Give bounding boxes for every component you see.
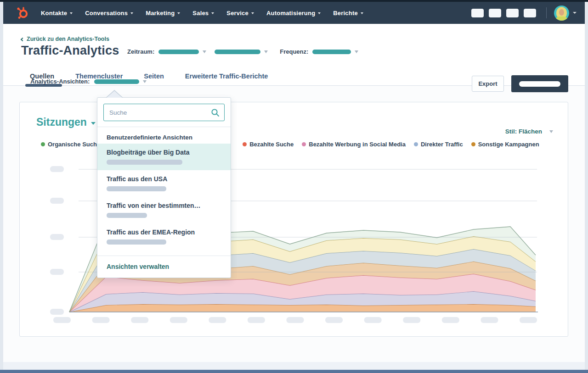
frequenz-select-redacted[interactable] — [312, 50, 351, 54]
date-range-select-redacted[interactable] — [215, 50, 260, 54]
avatar-shirt — [556, 17, 567, 21]
nav-item-sales[interactable]: Sales — [192, 10, 214, 17]
nav-item-label: Kontakte — [41, 10, 67, 17]
chevron-down-icon — [91, 122, 96, 125]
view-item-traffic-usa[interactable]: Traffic aus den USA — [97, 170, 231, 197]
header-filters: Zeitraum: Frequenz: — [127, 48, 358, 55]
primary-action-button-redacted[interactable] — [511, 75, 568, 92]
nav-right-controls — [466, 6, 577, 21]
chevron-down-icon — [264, 50, 268, 53]
back-link-label: Zurück zu den Analytics-Tools — [27, 36, 109, 42]
nav-toolbar-icon-redacted[interactable] — [471, 9, 484, 17]
analytics-views-control[interactable]: Analytics-Ansichten: — [30, 78, 147, 85]
chevron-down-icon — [143, 80, 147, 83]
legend-item-bezahlte-werbung-social[interactable]: Bezahlte Werbung in Social Media — [302, 141, 406, 148]
tab-erweiterte-traffic-berichte[interactable]: Erweiterte Traffic-Berichte — [185, 72, 268, 80]
view-item-blogbeitraege-big-data[interactable]: Blogbeiträge über Big Data — [97, 144, 231, 170]
export-button[interactable]: Export — [472, 76, 504, 92]
nav-item-berichte[interactable]: Berichte — [333, 10, 363, 17]
metric-select-label: Sitzungen — [36, 116, 87, 128]
popover-arrow — [107, 91, 122, 98]
nav-menu: Kontakte Conversations Marketing Sales S… — [41, 10, 363, 17]
chart-style-select[interactable]: Stil: Flächen — [505, 128, 553, 135]
chevron-down-icon — [361, 12, 363, 14]
nav-item-marketing[interactable]: Marketing — [146, 10, 180, 17]
view-item-label: Traffic aus den USA — [107, 175, 221, 183]
popover-section-header: Benutzerdefinierte Ansichten — [97, 127, 231, 144]
legend-dot — [414, 142, 418, 146]
metric-select[interactable]: Sitzungen — [36, 116, 96, 128]
nav-toolbar-icon-redacted[interactable] — [524, 9, 536, 17]
nav-divider — [546, 7, 547, 18]
legend-dot — [471, 142, 475, 146]
zeitraum-label: Zeitraum: — [127, 48, 154, 55]
legend-item-direkter-traffic[interactable]: Direkter Traffic — [414, 141, 463, 148]
chevron-down-icon — [130, 12, 133, 14]
legend-label: Sonstige Kampagnen — [478, 141, 539, 148]
view-item-meta-redacted — [107, 186, 166, 191]
legend-label: Bezahlte Werbung in Social Media — [309, 141, 406, 148]
popover-search — [97, 98, 231, 127]
nav-item-automatisierung[interactable]: Automatisierung — [266, 10, 321, 17]
nav-item-label: Berichte — [333, 10, 358, 17]
app-screen: Kontakte Conversations Marketing Sales S… — [3, 2, 585, 362]
chevron-down-icon — [251, 12, 254, 14]
view-item-meta-redacted — [107, 213, 147, 218]
view-item-label: Traffic aus der EMEA-Region — [107, 228, 221, 236]
search-input[interactable] — [103, 104, 225, 121]
chevron-down-icon — [211, 12, 214, 14]
nav-item-label: Automatisierung — [266, 10, 315, 17]
main-nav: Kontakte Conversations Marketing Sales S… — [3, 2, 585, 24]
back-link[interactable]: Zurück zu den Analytics-Tools — [21, 36, 109, 42]
view-item-meta-redacted — [107, 160, 182, 165]
legend-label: Organische Suche — [48, 141, 100, 148]
frequenz-label: Frequenz: — [280, 48, 308, 55]
page-title: Traffic-Analytics — [21, 44, 119, 58]
chart-style-label: Stil: Flächen — [505, 128, 542, 135]
frame-right-edge — [585, 2, 588, 370]
primary-button-label-redacted — [519, 81, 560, 87]
manage-views-link[interactable]: Ansichten verwalten — [107, 263, 169, 270]
avatar-face — [559, 9, 564, 16]
nav-item-label: Sales — [192, 10, 209, 17]
chevron-down-icon — [549, 130, 553, 133]
page-frame: Kontakte Conversations Marketing Sales S… — [0, 0, 588, 373]
chevron-down-icon — [203, 50, 206, 53]
analytics-views-label: Analytics-Ansichten: — [30, 78, 90, 85]
legend-label: Direkter Traffic — [421, 141, 463, 148]
nav-item-label: Conversations — [85, 10, 128, 17]
nav-item-kontakte[interactable]: Kontakte — [41, 10, 73, 17]
chevron-down-icon — [70, 12, 73, 14]
nav-toolbar-icon-redacted[interactable] — [489, 9, 501, 17]
chevron-down-icon — [318, 12, 321, 14]
nav-toolbar-icon-redacted[interactable] — [506, 9, 519, 17]
legend-dot — [41, 142, 45, 146]
nav-item-label: Service — [226, 10, 249, 17]
hubspot-logo-icon[interactable] — [14, 5, 30, 21]
chevron-down-icon[interactable] — [573, 12, 577, 14]
chevron-left-icon — [21, 37, 24, 41]
legend-item-sonstige-kampagnen[interactable]: Sonstige Kampagnen — [471, 141, 539, 148]
chevron-down-icon — [355, 50, 358, 53]
nav-item-service[interactable]: Service — [226, 10, 254, 17]
zeitraum-select-redacted[interactable] — [158, 50, 199, 54]
frame-bottom-edge — [0, 370, 588, 373]
view-item-meta-redacted — [107, 239, 166, 245]
legend-item-bezahlte-suche[interactable]: Bezahlte Suche — [243, 141, 294, 148]
view-item-traffic-bestimmte[interactable]: Traffic von einer bestimmten… — [97, 197, 231, 223]
search-icon — [211, 108, 220, 117]
legend-dot — [302, 142, 306, 146]
analytics-views-popover: Benutzerdefinierte Ansichten Blogbeiträg… — [97, 97, 231, 278]
analytics-views-select-redacted[interactable] — [94, 79, 139, 84]
tab-seiten[interactable]: Seiten — [144, 72, 164, 80]
popover-footer: Ansichten verwalten — [97, 256, 231, 278]
nav-item-conversations[interactable]: Conversations — [85, 10, 133, 17]
legend-dot — [243, 142, 247, 146]
nav-item-label: Marketing — [146, 10, 175, 17]
legend-label: Bezahlte Suche — [249, 141, 294, 148]
view-item-label: Traffic von einer bestimmten… — [107, 202, 221, 209]
view-item-traffic-emea[interactable]: Traffic aus der EMEA-Region — [97, 223, 231, 250]
user-avatar[interactable] — [554, 6, 569, 21]
legend-item-organische-suche[interactable]: Organische Suche — [41, 141, 100, 148]
frame-left-edge — [0, 2, 3, 370]
